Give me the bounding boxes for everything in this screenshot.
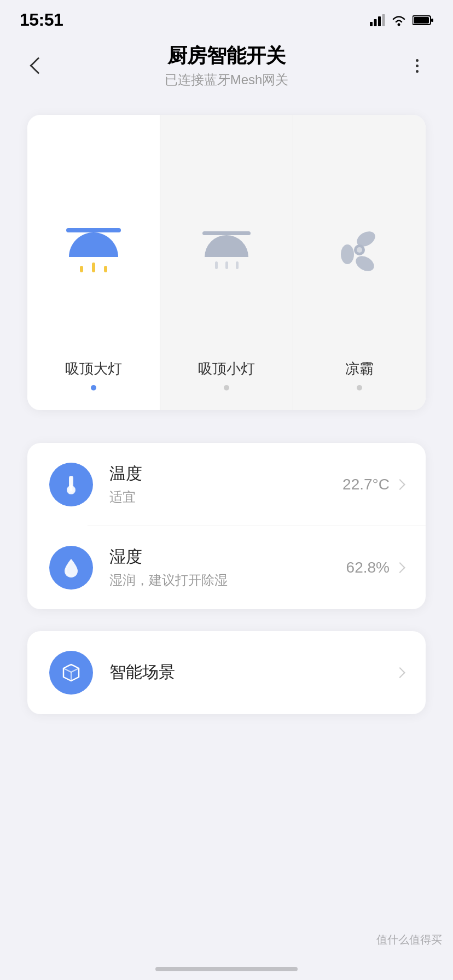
light-base bbox=[66, 228, 121, 232]
light-rays bbox=[80, 262, 107, 272]
more-dot-3 bbox=[416, 70, 419, 73]
humidity-text: 湿度 湿润，建议打开除湿 bbox=[109, 546, 346, 589]
temperature-value: 22.7°C bbox=[342, 476, 390, 493]
temperature-icon-wrap bbox=[49, 463, 93, 506]
card-bottom-1: 吸顶大灯 bbox=[65, 359, 122, 390]
signal-icon bbox=[370, 14, 385, 26]
scene-section: 智能场景 bbox=[27, 631, 426, 714]
fan-icon bbox=[332, 223, 387, 277]
card-label-1: 吸顶大灯 bbox=[65, 359, 122, 378]
svg-point-4 bbox=[398, 23, 400, 26]
temperature-text: 温度 适宜 bbox=[109, 463, 342, 506]
watermark: 值什么值得买 bbox=[376, 932, 442, 947]
svg-rect-6 bbox=[414, 17, 429, 24]
page-title: 厨房智能开关 bbox=[53, 43, 400, 69]
humidity-value: 62.8% bbox=[346, 559, 390, 576]
card-indicator-1 bbox=[91, 385, 96, 390]
card-bottom-3: 凉霸 bbox=[345, 359, 374, 390]
svg-rect-2 bbox=[378, 16, 381, 26]
svg-rect-3 bbox=[382, 14, 385, 26]
sensor-section: 温度 适宜 22.7°C 湿度 湿润，建议打开除湿 62.8% bbox=[27, 443, 426, 609]
humidity-row[interactable]: 湿度 湿润，建议打开除湿 62.8% bbox=[27, 526, 426, 609]
light-body-inactive bbox=[205, 235, 248, 257]
svg-rect-14 bbox=[70, 477, 73, 486]
light-body bbox=[69, 232, 118, 257]
humidity-value-area: 62.8% bbox=[346, 559, 404, 576]
more-button[interactable] bbox=[400, 49, 433, 82]
thermometer-icon bbox=[60, 474, 82, 495]
back-arrow-icon bbox=[30, 57, 47, 74]
temperature-desc: 适宜 bbox=[109, 488, 342, 506]
humidity-desc: 湿润，建议打开除湿 bbox=[109, 571, 346, 589]
water-drop-icon bbox=[60, 557, 82, 579]
card-indicator-3 bbox=[357, 385, 362, 390]
ray-inactive-1 bbox=[215, 261, 218, 269]
ceiling-light-small-icon bbox=[202, 231, 251, 269]
card-icon-area-3 bbox=[332, 141, 387, 359]
light-rays-inactive bbox=[215, 261, 239, 269]
card-label-3: 凉霸 bbox=[345, 359, 374, 378]
scene-chevron-icon bbox=[394, 667, 405, 678]
svg-point-17 bbox=[68, 487, 74, 493]
ray-inactive-2 bbox=[225, 261, 228, 269]
back-button[interactable] bbox=[20, 49, 53, 82]
scene-row[interactable]: 智能场景 bbox=[27, 631, 426, 714]
svg-point-10 bbox=[353, 253, 376, 275]
ray-3 bbox=[104, 266, 107, 272]
header: 厨房智能开关 已连接蓝牙Mesh网关 bbox=[0, 34, 453, 93]
page-subtitle: 已连接蓝牙Mesh网关 bbox=[53, 71, 400, 89]
ray-1 bbox=[80, 266, 83, 272]
home-indicator bbox=[155, 967, 298, 971]
humidity-chevron-icon bbox=[394, 562, 405, 573]
card-icon-area-2 bbox=[202, 141, 251, 359]
temperature-name: 温度 bbox=[109, 463, 342, 485]
switch-card-ceiling-light-large[interactable]: 吸顶大灯 bbox=[27, 115, 160, 410]
status-bar: 15:51 bbox=[0, 0, 453, 34]
status-icons bbox=[370, 14, 433, 26]
switch-cards-container: 吸顶大灯 吸顶小灯 bbox=[27, 115, 426, 410]
temperature-chevron-icon bbox=[394, 479, 405, 490]
switch-card-ceiling-light-small[interactable]: 吸顶小灯 bbox=[160, 115, 293, 410]
svg-rect-1 bbox=[374, 19, 377, 26]
card-bottom-2: 吸顶小灯 bbox=[198, 359, 255, 390]
ceiling-light-large-icon bbox=[66, 228, 121, 272]
humidity-name: 湿度 bbox=[109, 546, 346, 568]
card-indicator-2 bbox=[224, 385, 229, 390]
temperature-value-area: 22.7°C bbox=[342, 476, 404, 493]
svg-rect-7 bbox=[431, 19, 433, 22]
scene-name: 智能场景 bbox=[109, 661, 396, 684]
svg-point-12 bbox=[357, 247, 362, 253]
header-center: 厨房智能开关 已连接蓝牙Mesh网关 bbox=[53, 43, 400, 89]
wifi-icon bbox=[391, 14, 407, 26]
humidity-icon-wrap bbox=[49, 546, 93, 590]
svg-line-20 bbox=[63, 668, 71, 672]
light-base-inactive bbox=[202, 231, 251, 235]
svg-rect-0 bbox=[370, 22, 373, 26]
svg-point-9 bbox=[341, 244, 354, 264]
svg-line-21 bbox=[71, 668, 79, 672]
temperature-row[interactable]: 温度 适宜 22.7°C bbox=[27, 443, 426, 526]
cube-icon bbox=[60, 661, 83, 684]
switch-card-fan[interactable]: 凉霸 bbox=[293, 115, 426, 410]
card-label-2: 吸顶小灯 bbox=[198, 359, 255, 378]
ray-2 bbox=[92, 262, 95, 272]
more-dot-2 bbox=[416, 65, 419, 67]
more-dot-1 bbox=[416, 59, 419, 62]
status-time: 15:51 bbox=[20, 10, 63, 30]
battery-icon bbox=[413, 15, 433, 26]
scene-icon-wrap bbox=[49, 651, 93, 695]
card-icon-area-1 bbox=[66, 141, 121, 359]
ray-inactive-3 bbox=[236, 261, 239, 269]
